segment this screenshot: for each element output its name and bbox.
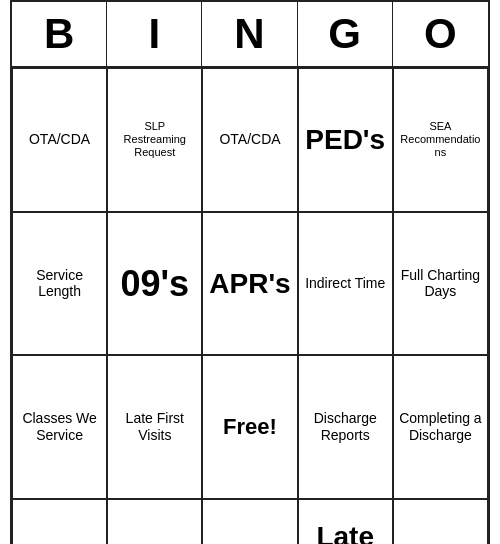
bingo-cell-18[interactable]: Late Entries [298, 499, 393, 544]
bingo-cell-2[interactable]: OTA/CDA [202, 68, 297, 212]
bingo-cell-7[interactable]: APR's [202, 212, 297, 356]
bingo-cell-4[interactable]: SEA Recommendations [393, 68, 488, 212]
bingo-cell-19[interactable]: No Visits in 5 Weeks [393, 499, 488, 544]
bingo-cell-3[interactable]: PED's [298, 68, 393, 212]
bingo-cell-13[interactable]: Discharge Reports [298, 355, 393, 499]
bingo-letter-b: B [12, 2, 107, 66]
bingo-cell-6[interactable]: 09's [107, 212, 202, 356]
bingo-cell-9[interactable]: Full Charting Days [393, 212, 488, 356]
bingo-cell-15[interactable]: AC Charting Time [12, 499, 107, 544]
bingo-cell-16[interactable]: OT/PT Service Extension [107, 499, 202, 544]
bingo-letter-i: I [107, 2, 202, 66]
bingo-letter-g: G [298, 2, 393, 66]
bingo-header: BINGO [12, 2, 488, 68]
bingo-letter-n: N [202, 2, 297, 66]
bingo-cell-14[interactable]: Completing a Discharge [393, 355, 488, 499]
bingo-cell-5[interactable]: Service Length [12, 212, 107, 356]
bingo-letter-o: O [393, 2, 488, 66]
bingo-grid: OTA/CDASLP Restreaming RequestOTA/CDAPED… [12, 68, 488, 544]
bingo-cell-11[interactable]: Late First Visits [107, 355, 202, 499]
bingo-cell-10[interactable]: Classes We Service [12, 355, 107, 499]
bingo-cell-17[interactable]: Tracking System [202, 499, 297, 544]
bingo-cell-8[interactable]: Indirect Time [298, 212, 393, 356]
bingo-cell-12[interactable]: Free! [202, 355, 297, 499]
bingo-cell-0[interactable]: OTA/CDA [12, 68, 107, 212]
bingo-cell-1[interactable]: SLP Restreaming Request [107, 68, 202, 212]
bingo-card: BINGO OTA/CDASLP Restreaming RequestOTA/… [10, 0, 490, 544]
